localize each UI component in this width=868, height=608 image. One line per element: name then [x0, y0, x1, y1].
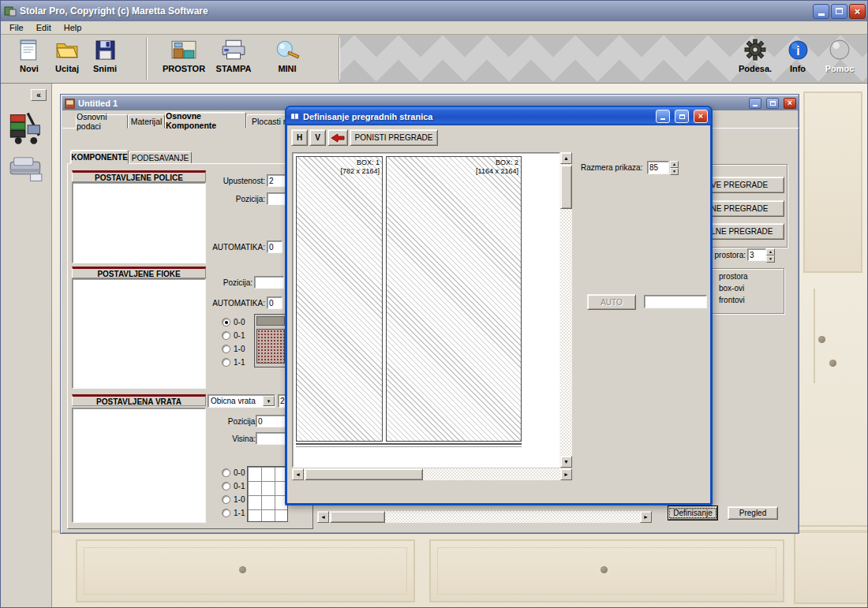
scroll-right-icon[interactable]: ►	[560, 468, 572, 480]
police-listbox[interactable]	[72, 182, 206, 263]
scroll-up-icon[interactable]: ▲	[560, 152, 572, 164]
doc-minimize-icon[interactable]	[749, 98, 761, 109]
save-button[interactable]: Snimi	[86, 37, 124, 81]
canvas-vertical-scrollbar[interactable]: ▲ ▼	[560, 152, 572, 468]
dialog-minimize-icon[interactable]	[656, 110, 670, 123]
police-automatika-field[interactable]	[267, 241, 282, 253]
canvas-horizontal-scrollbar[interactable]: ◄ ►	[292, 468, 572, 480]
print-button[interactable]: STAMPA	[211, 37, 256, 81]
room-icon	[170, 37, 197, 62]
prostora-count-field[interactable]	[747, 248, 766, 261]
prostor-button[interactable]: PROSTOR	[161, 37, 207, 81]
pregrade-canvas[interactable]: BOX: 1 [782 x 2164] BOX: 2 [1164 x 2164]	[292, 152, 560, 468]
razmera-field[interactable]	[647, 161, 669, 174]
auto-value-field[interactable]	[644, 295, 707, 308]
doc-close-icon[interactable]: ×	[784, 98, 796, 109]
fioke-preview-image	[254, 314, 287, 367]
vrata-radio-0-1[interactable]: 0-1	[222, 480, 245, 491]
menu-file[interactable]: File	[4, 22, 29, 33]
dialog-close-icon[interactable]: ×	[694, 110, 708, 123]
vrata-type-dropdown[interactable]: Obicna vrata ▼	[208, 394, 275, 408]
minimize-icon[interactable]	[813, 4, 829, 19]
spinner-up-icon[interactable]: ▲	[670, 161, 679, 168]
sidebar-collapse-button[interactable]: «	[31, 89, 47, 101]
vrata-radio-0-0[interactable]: 0-0	[222, 467, 245, 477]
option-box-ovi[interactable]: box-ovi	[719, 284, 744, 293]
vrata-radio-1-0[interactable]: 1-0	[222, 494, 245, 504]
horizontal-split-button[interactable]: H	[291, 129, 308, 146]
radio-icon	[222, 482, 230, 491]
scrollbar-thumb[interactable]	[305, 468, 423, 480]
ponisti-pregrade-button[interactable]: PONISTI PREGRADE	[350, 129, 438, 146]
option-frontovi[interactable]: frontovi	[719, 296, 745, 304]
document-icon	[65, 99, 75, 109]
auto-button[interactable]: AUTO	[587, 294, 636, 310]
scroll-left-icon[interactable]: ◄	[317, 511, 329, 523]
dialog-titlebar[interactable]: Definisanje pregradnih stranica ×	[286, 107, 711, 125]
tab-osnovni-podaci[interactable]: Osnovni podaci	[76, 114, 128, 129]
dialog-maximize-icon[interactable]	[675, 110, 689, 123]
fioke-listbox[interactable]	[72, 278, 206, 389]
scrollbar-thumb[interactable]	[560, 165, 572, 209]
fioke-radio-1-0[interactable]: 1-0	[222, 343, 245, 353]
info-button[interactable]: i Info	[780, 37, 815, 81]
vertical-split-button[interactable]: V	[309, 129, 326, 146]
doc-maximize-icon[interactable]	[766, 98, 779, 109]
tab-osnovne-komponente[interactable]: Osnovne Komponente	[165, 112, 246, 129]
left-sidebar: «	[1, 84, 52, 608]
pregled-button[interactable]: Pregled	[728, 506, 778, 520]
close-icon[interactable]: ×	[849, 4, 866, 19]
box-2-name: BOX: 2	[476, 159, 518, 167]
kitchen-drawer	[429, 539, 784, 602]
option-prostora[interactable]: prostora	[719, 272, 748, 281]
scroll-right-icon[interactable]: ►	[640, 511, 652, 523]
fioke-automatika-field[interactable]	[267, 297, 282, 309]
vrata-visina-field[interactable]	[256, 432, 286, 445]
fioke-radio-1-1[interactable]: 1-1	[222, 356, 245, 367]
menu-help[interactable]: Help	[58, 22, 88, 33]
fioke-radio-0-1[interactable]: 0-1	[222, 330, 245, 340]
radio-icon	[222, 331, 230, 340]
menu-edit[interactable]: Edit	[31, 22, 57, 33]
vrata-radio-1-1[interactable]: 1-1	[222, 507, 245, 517]
red-left-arrow-icon	[331, 133, 345, 143]
definisanje-button[interactable]: Definisanje	[668, 506, 717, 520]
scrollbar-thumb[interactable]	[330, 511, 385, 523]
main-toolbar: Novi Ucitaj Snimi PROSTOR STAMPA MINI	[1, 35, 868, 84]
box-1-shape[interactable]: BOX: 1 [782 x 2164]	[296, 156, 383, 442]
undo-arrow-button[interactable]	[327, 129, 348, 146]
prostora-spinner[interactable]: ▲ ▼	[766, 248, 775, 261]
radio-icon	[222, 345, 230, 353]
fioke-pozicija-field[interactable]	[254, 276, 284, 289]
tab-komponente[interactable]: KOMPONENTE	[70, 150, 129, 164]
scroll-down-icon[interactable]: ▼	[560, 456, 572, 468]
vrata-pozicija-label: Pozicija:	[223, 417, 257, 426]
scanner-icon[interactable]	[9, 153, 43, 185]
fioke-radio-0-0[interactable]: 0-0	[222, 316, 245, 326]
spinner-down-icon[interactable]: ▼	[766, 256, 775, 263]
spinner-down-icon[interactable]: ▼	[670, 168, 679, 175]
spinner-up-icon[interactable]: ▲	[766, 248, 775, 256]
dialog-title-text: Definisanje pregradnih stranica	[303, 112, 432, 121]
tab-podesavanje[interactable]: PODESAVANJE	[129, 151, 192, 164]
toolbar-separator	[146, 38, 148, 80]
app-titlebar[interactable]: Stolar Pro, Copyright (c) Maretta Softwa…	[1, 1, 868, 21]
box-2-shape[interactable]: BOX: 2 [1164 x 2164]	[386, 156, 522, 442]
dropdown-arrow-icon[interactable]: ▼	[263, 396, 275, 406]
tab-materijal[interactable]: Materijal	[128, 114, 165, 129]
dialog-icon	[290, 111, 300, 121]
new-button[interactable]: Novi	[10, 37, 48, 81]
kitchen-chandelier	[814, 289, 845, 383]
vrata-pozicija-field[interactable]	[256, 415, 286, 427]
material-cart-icon[interactable]	[7, 109, 45, 148]
mini-button[interactable]: MINI	[268, 37, 307, 81]
razmera-spinner[interactable]: ▲ ▼	[670, 161, 679, 174]
scroll-left-icon[interactable]: ◄	[292, 468, 304, 480]
document-horizontal-scrollbar[interactable]: ◄ ►	[317, 511, 652, 523]
help-button[interactable]: Pomoc	[818, 37, 861, 81]
box-2-dimensions: [1164 x 2164]	[476, 167, 518, 176]
vrata-listbox[interactable]	[72, 408, 206, 523]
settings-button[interactable]: Podesa.	[733, 37, 777, 81]
maximize-icon[interactable]	[831, 4, 847, 19]
open-button[interactable]: Ucitaj	[48, 37, 86, 81]
